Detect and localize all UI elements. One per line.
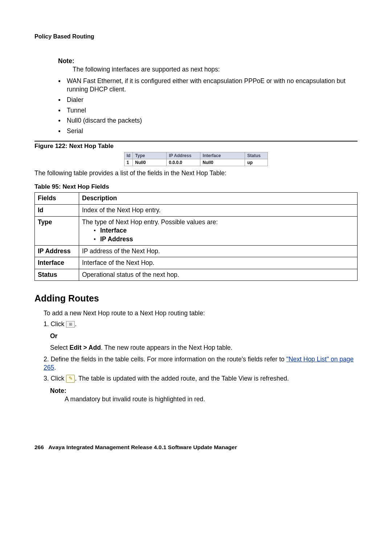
field-name: IP Address: [35, 245, 79, 257]
step-item: 3. Click ✎. The table is updated with th…: [44, 374, 358, 383]
text: . The new route appears in the Next Hop …: [101, 344, 233, 351]
supported-interfaces-list: WAN Fast Ethernet, if it is configured e…: [58, 77, 358, 136]
col-header: IP Address: [167, 152, 200, 159]
note-text: The following interfaces are supported a…: [73, 65, 358, 74]
apply-icon: ✎: [66, 375, 75, 383]
next-hop-mini-table: Id Type IP Address Interface Status 1 Nu…: [124, 152, 268, 166]
cell: Null0: [133, 159, 167, 166]
footer-text: Avaya Integrated Management Release 4.0.…: [48, 444, 237, 450]
list-item: Interface: [94, 226, 354, 235]
col-header: Fields: [35, 193, 79, 205]
figure-caption: Figure 122: Next Hop Table: [34, 142, 358, 151]
col-header: Id: [124, 152, 133, 159]
note-block-2: Note: A mandatory but invalid route is h…: [50, 387, 358, 404]
note-label: Note:: [58, 57, 74, 65]
section-intro: To add a new Next Hop route to a Next Ho…: [44, 309, 358, 318]
field-name: Interface: [35, 257, 79, 269]
text: Select: [50, 344, 70, 351]
page-number: 266: [34, 444, 44, 450]
cell: Null0: [200, 159, 245, 166]
note-label: Note:: [50, 387, 66, 394]
cell: 1: [124, 159, 133, 166]
step-item: 1. Click ⊞. Or Select Edit > Add. The ne…: [44, 320, 358, 352]
list-item: Dialer: [58, 96, 358, 104]
page-footer: 266 Avaya Integrated Management Release …: [34, 444, 358, 451]
step-text: .: [54, 364, 56, 371]
or-label: Or: [50, 332, 358, 341]
col-header: Interface: [200, 152, 245, 159]
step-alt: Select Edit > Add. The new route appears…: [50, 344, 358, 352]
step-text: 2. Define the fields in the table cells.…: [44, 356, 286, 363]
steps-list: 1. Click ⊞. Or Select Edit > Add. The ne…: [34, 320, 358, 383]
field-desc: Index of the Next Hop entry.: [79, 205, 358, 217]
table-caption: Table 95: Next Hop Fields: [34, 183, 358, 191]
running-header: Policy Based Routing: [34, 33, 358, 41]
list-item: Serial: [58, 127, 358, 136]
list-item: Null0 (discard the packets): [58, 116, 358, 125]
step-text: 3. Click: [44, 375, 66, 382]
field-desc: The type of Next Hop entry. Possible val…: [79, 216, 358, 245]
step-item: 2. Define the fields in the table cells.…: [44, 355, 358, 372]
col-header: Type: [133, 152, 167, 159]
note-text: A mandatory but invalid route is highlig…: [65, 395, 358, 404]
field-name: Status: [35, 269, 79, 281]
step-text: .: [75, 320, 77, 328]
cell: up: [245, 159, 268, 166]
field-desc: Interface of the Next Hop.: [79, 257, 358, 269]
list-item: WAN Fast Ethernet, if it is configured e…: [58, 77, 358, 94]
add-row-icon: ⊞: [66, 321, 75, 328]
field-desc: Operational status of the next hop.: [79, 269, 358, 281]
section-heading: Adding Routes: [34, 292, 358, 305]
field-name: Id: [35, 205, 79, 217]
step-text: 1. Click: [44, 320, 66, 328]
list-item: Tunnel: [58, 106, 358, 115]
note-block-1: Note: The following interfaces are suppo…: [58, 57, 358, 74]
menu-path: Edit > Add: [70, 344, 101, 351]
figure-block: Figure 122: Next Hop Table Id Type IP Ad…: [34, 141, 358, 166]
list-item: IP Address: [94, 235, 354, 244]
next-hop-fields-table: Fields Description Id Index of the Next …: [34, 192, 358, 281]
field-desc: IP address of the Next Hop.: [79, 245, 358, 257]
step-text: . The table is updated with the added ro…: [75, 375, 289, 382]
cell: 0.0.0.0: [167, 159, 200, 166]
field-name: Type: [35, 216, 79, 245]
intro-paragraph: The following table provides a list of t…: [34, 169, 358, 178]
col-header: Description: [79, 193, 358, 205]
col-header: Status: [245, 152, 268, 159]
desc-prefix: The type of Next Hop entry. Possible val…: [82, 218, 218, 226]
